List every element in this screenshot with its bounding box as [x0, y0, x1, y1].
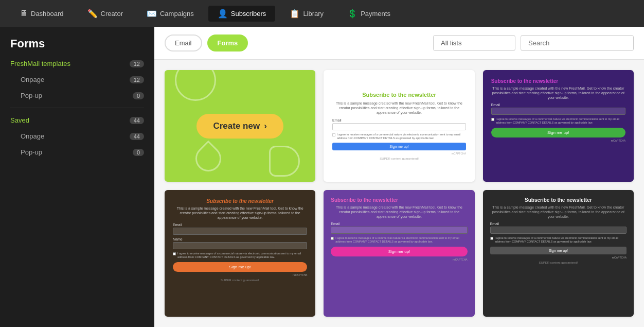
- card-white-title: Subscribe to the newsletter: [332, 92, 466, 98]
- form-card-dark-gray[interactable]: Subscribe to the newsletter This is a sa…: [483, 190, 634, 317]
- card-white-btn[interactable]: Sign me up!: [332, 143, 466, 150]
- card-dark-gray-btn[interactable]: Sign me up!: [490, 247, 627, 254]
- card-dark-purple-btn[interactable]: Sign me up!: [491, 128, 625, 137]
- forms-grid: Create new › Subscribe to the newsletter…: [154, 60, 644, 327]
- sidebar-item-onpage[interactable]: Onpage 12: [0, 72, 154, 88]
- sidebar-item-saved-onpage[interactable]: Onpage 44: [0, 128, 154, 144]
- campaigns-icon: ✉️: [147, 9, 157, 19]
- dashboard-icon: 🖥: [20, 9, 28, 18]
- sidebar: Forms FreshMail templates 12 Onpage 12 P…: [0, 27, 154, 327]
- tab-forms[interactable]: Forms: [207, 35, 248, 51]
- sidebar-section-saved[interactable]: Saved 44: [0, 112, 154, 128]
- deco-shape-1: [175, 70, 216, 101]
- card-dark-purple-title: Subscribe to the newsletter: [491, 78, 625, 84]
- form-card-dark-brown[interactable]: Subscribe to the newsletter This is a sa…: [165, 190, 315, 317]
- sidebar-section-freshmail[interactable]: FreshMail templates 12: [0, 56, 154, 72]
- nav-creator[interactable]: ✏️ Creator: [78, 6, 132, 22]
- deco-shape-2: [269, 146, 300, 177]
- sidebar-item-popup[interactable]: Pop-up 0: [0, 88, 154, 104]
- card-dark-purple-body: This is a sample message created with th…: [491, 86, 625, 100]
- create-new-card[interactable]: Create new ›: [165, 70, 315, 182]
- nav-campaigns[interactable]: ✉️ Campaigns: [137, 6, 203, 22]
- top-navigation: 🖥 Dashboard ✏️ Creator ✉️ Campaigns 👤 Su…: [0, 0, 644, 27]
- main-container: Forms FreshMail templates 12 Onpage 12 P…: [0, 27, 644, 327]
- nav-payments[interactable]: 💲 Payments: [338, 6, 400, 22]
- sidebar-title: Forms: [0, 27, 154, 56]
- form-card-dark-purple[interactable]: Subscribe to the newsletter This is a sa…: [483, 70, 634, 182]
- library-icon: 📋: [290, 9, 300, 19]
- card-dark-gray-title: Subscribe to the newsletter: [490, 197, 627, 203]
- tab-email[interactable]: Email: [165, 35, 202, 51]
- creator-icon: ✏️: [87, 9, 98, 19]
- content-area: Email Forms All lists List 1 List 2 Crea…: [154, 27, 644, 327]
- card-violet-btn[interactable]: Sign me up!: [331, 247, 467, 256]
- card-violet-body: This is a sample message created with th…: [331, 205, 467, 219]
- subscribers-icon: 👤: [218, 9, 228, 19]
- card-dark-gray-body: This is a sample message created with th…: [490, 205, 627, 219]
- nav-library[interactable]: 📋 Library: [280, 6, 333, 22]
- sidebar-divider: [10, 108, 144, 108]
- card-violet-title: Subscribe to the newsletter: [331, 197, 467, 203]
- card-dark-brown-btn[interactable]: Sign me up!: [173, 262, 307, 272]
- list-dropdown[interactable]: All lists List 1 List 2: [433, 35, 515, 51]
- content-toolbar: Email Forms All lists List 1 List 2: [154, 27, 644, 60]
- search-input[interactable]: [521, 35, 634, 51]
- sidebar-item-saved-popup[interactable]: Pop-up 0: [0, 144, 154, 160]
- card-dark-brown-title: Subscribe to the newsletter: [173, 198, 307, 204]
- card-white-body: This is a sample message created with th…: [332, 101, 466, 115]
- form-card-violet[interactable]: Subscribe to the newsletter This is a sa…: [324, 190, 474, 317]
- nav-subscribers[interactable]: 👤 Subscribers: [208, 6, 276, 22]
- payments-icon: 💲: [347, 9, 357, 19]
- card-dark-brown-body: This is a sample message created with th…: [173, 206, 307, 220]
- deco-shape-3: [190, 141, 227, 177]
- nav-dashboard[interactable]: 🖥 Dashboard: [10, 6, 73, 21]
- create-new-button[interactable]: Create new ›: [196, 114, 283, 139]
- arrow-icon: ›: [264, 121, 267, 131]
- form-card-white[interactable]: Subscribe to the newsletter This is a sa…: [324, 70, 474, 182]
